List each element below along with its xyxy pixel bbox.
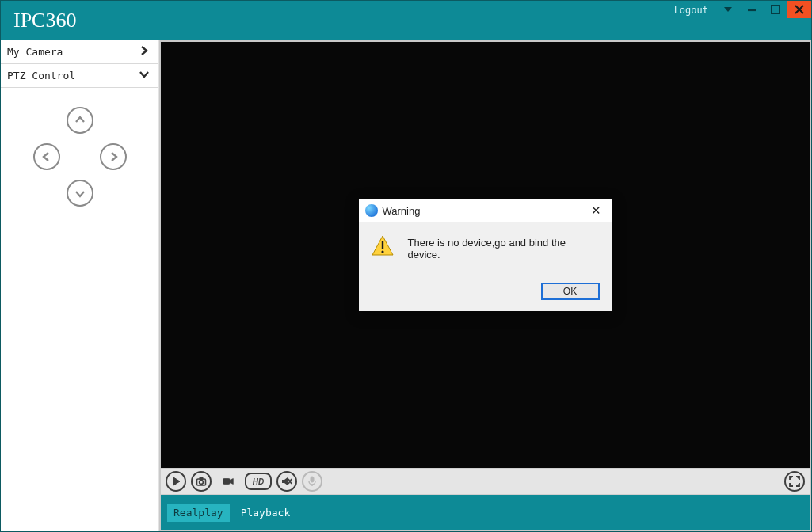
titlebar: IPC360 Logout: [1, 1, 811, 40]
svg-rect-1: [772, 6, 780, 13]
tab-realplay[interactable]: Realplay: [167, 504, 230, 522]
close-button[interactable]: [787, 1, 811, 18]
mute-button[interactable]: [276, 471, 297, 492]
ptz-down-button[interactable]: [67, 180, 93, 207]
svg-point-7: [200, 481, 204, 484]
chevron-down-icon: [138, 69, 151, 82]
dropdown-icon[interactable]: [716, 1, 740, 18]
ptz-pad: [1, 88, 158, 211]
dialog-titlebar: Warning ✕: [359, 199, 612, 222]
hd-button[interactable]: HD: [245, 473, 272, 490]
ptz-left-button[interactable]: [33, 143, 60, 170]
dialog-message: There is no device,go and bind the devic…: [408, 235, 600, 260]
mic-button[interactable]: [302, 471, 322, 492]
mode-tabs: Realplay Playback: [161, 495, 810, 530]
content-area: Warning ✕ There is: [159, 40, 811, 531]
snapshot-button[interactable]: [191, 471, 212, 492]
ptz-up-button[interactable]: [67, 107, 93, 134]
window-controls: Logout: [674, 1, 811, 18]
sidebar: My Camera PTZ Control: [1, 40, 159, 531]
ptz-right-button[interactable]: [100, 143, 127, 170]
play-button[interactable]: [166, 471, 186, 492]
chevron-right-icon: [138, 45, 151, 59]
tab-playback[interactable]: Playback: [234, 504, 297, 522]
sidebar-item-my-camera[interactable]: My Camera: [1, 40, 158, 64]
svg-rect-8: [200, 478, 203, 480]
globe-icon: [365, 204, 378, 217]
sidebar-item-label: PTZ Control: [7, 70, 75, 82]
sidebar-item-ptz-control[interactable]: PTZ Control: [1, 64, 158, 88]
logout-link[interactable]: Logout: [674, 3, 716, 16]
svg-point-5: [381, 250, 383, 253]
dialog-title: Warning: [383, 205, 582, 217]
record-button[interactable]: [216, 471, 240, 492]
maximize-button[interactable]: [764, 1, 787, 18]
sidebar-item-label: My Camera: [7, 46, 63, 58]
warning-icon: [372, 235, 394, 256]
dialog-body: There is no device,go and bind the devic…: [359, 222, 612, 311]
dialog-close-button[interactable]: ✕: [587, 203, 606, 218]
video-toolbar: HD: [161, 468, 810, 495]
svg-rect-9: [223, 479, 230, 484]
warning-dialog: Warning ✕ There is: [359, 199, 612, 311]
svg-rect-12: [311, 477, 314, 482]
video-viewport[interactable]: Warning ✕ There is: [161, 42, 810, 468]
fullscreen-button[interactable]: [784, 471, 805, 492]
app-title: IPC360: [1, 1, 76, 32]
main-area: My Camera PTZ Control: [1, 40, 811, 531]
app-window: IPC360 Logout My Camera: [0, 0, 812, 532]
dialog-ok-button[interactable]: OK: [541, 283, 600, 300]
minimize-button[interactable]: [740, 1, 764, 18]
